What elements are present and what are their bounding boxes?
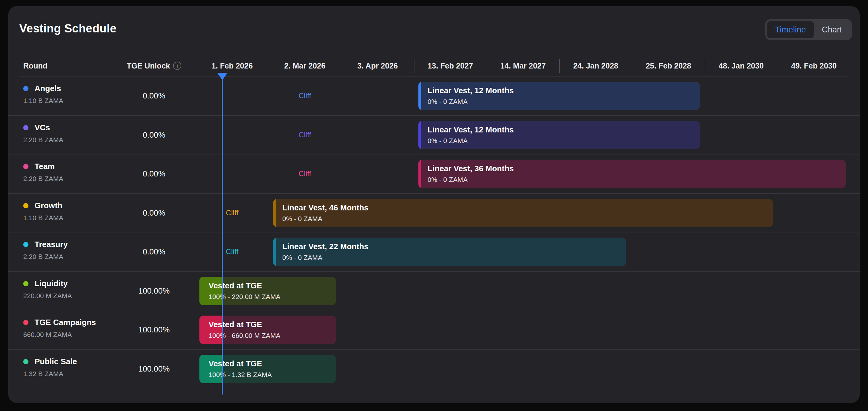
date-column-header: 14. Mar 2027 — [487, 55, 559, 76]
tge-unlock-value: 0.00% — [112, 91, 196, 101]
cliff-label: Cliff — [226, 247, 238, 256]
bar-subtitle: 0% - 0 ZAMA — [428, 176, 846, 184]
bar-subtitle: 100% - 220.00 M ZAMA — [209, 293, 336, 301]
vesting-bar[interactable]: Vested at TGE 100% - 660.00 M ZAMA — [199, 316, 336, 344]
bar-title: Vested at TGE — [209, 359, 336, 369]
round-name: Treasury — [35, 240, 68, 249]
bar-text: Vested at TGE 100% - 1.32 B ZAMA — [199, 355, 336, 379]
cliff-label: Cliff — [299, 169, 311, 178]
table-row: Liquidity 220.00 M ZAMA 100.00% Vested a… — [8, 272, 860, 311]
round-cell: Public Sale 1.32 B ZAMA — [23, 357, 77, 378]
rows: Angels 1.10 B ZAMA 0.00% Cliff Linear Ve… — [8, 76, 860, 388]
table-row: Public Sale 1.32 B ZAMA 100.00% Vested a… — [8, 350, 860, 389]
round-name: Team — [35, 162, 55, 171]
table-row: TGE Campaigns 660.00 M ZAMA 100.00% Vest… — [8, 310, 860, 350]
bar-subtitle: 0% - 0 ZAMA — [428, 137, 700, 145]
bar-subtitle: 100% - 1.32 B ZAMA — [209, 371, 336, 379]
date-column-header: 1. Feb 2026 — [196, 55, 269, 76]
tge-unlock-value: 100.00% — [112, 325, 196, 335]
round-amount: 2.20 B ZAMA — [23, 136, 63, 144]
round-cell: TGE Campaigns 660.00 M ZAMA — [23, 318, 96, 339]
round-cell: VCs 2.20 B ZAMA — [23, 123, 63, 144]
round-amount: 2.20 B ZAMA — [23, 175, 63, 183]
tge-unlock-value: 100.00% — [112, 364, 196, 373]
tab-chart[interactable]: Chart — [814, 21, 850, 38]
bar-title: Vested at TGE — [209, 320, 336, 329]
round-amount: 1.10 B ZAMA — [23, 97, 63, 105]
vesting-schedule-panel: Vesting Schedule Timeline Chart Round TG… — [8, 6, 860, 403]
bar-title: Linear Vest, 22 Months — [282, 242, 626, 251]
tge-unlock-value: 0.00% — [112, 247, 196, 257]
round-cell: Treasury 2.20 B ZAMA — [23, 240, 68, 261]
round-cell: Growth 1.10 B ZAMA — [23, 201, 63, 222]
vesting-bar[interactable]: Linear Vest, 46 Months 0% - 0 ZAMA — [273, 199, 773, 227]
bar-text: Vested at TGE 100% - 660.00 M ZAMA — [199, 316, 336, 340]
tge-unlock-column-header: TGE Unlock i — [112, 61, 196, 70]
round-name: Growth — [35, 201, 62, 211]
current-date-marker-icon — [217, 73, 227, 80]
bar-text: Linear Vest, 22 Months 0% - 0 ZAMA — [273, 238, 626, 262]
vesting-bar[interactable]: Vested at TGE 100% - 1.32 B ZAMA — [199, 355, 336, 383]
tab-timeline[interactable]: Timeline — [767, 21, 814, 38]
info-icon[interactable]: i — [173, 62, 181, 70]
round-amount: 2.20 B ZAMA — [23, 253, 68, 261]
vesting-bar[interactable]: Linear Vest, 12 Months 0% - 0 ZAMA — [418, 121, 700, 149]
date-column-header: 49. Feb 2030 — [777, 55, 850, 76]
bar-subtitle: 0% - 0 ZAMA — [428, 98, 700, 106]
header-group-divider — [559, 59, 560, 73]
bar-subtitle: 0% - 0 ZAMA — [282, 254, 626, 262]
round-amount: 220.00 M ZAMA — [23, 292, 72, 300]
bar-title: Linear Vest, 12 Months — [428, 125, 700, 134]
tge-unlock-value: 0.00% — [112, 208, 196, 217]
round-color-dot-icon — [23, 281, 28, 286]
bar-title: Linear Vest, 36 Months — [428, 164, 846, 173]
round-color-dot-icon — [23, 86, 28, 91]
table-row: Treasury 2.20 B ZAMA 0.00% Cliff Linear … — [8, 232, 860, 272]
bar-subtitle: 100% - 660.00 M ZAMA — [209, 332, 336, 340]
date-column-header: 3. Apr 2026 — [341, 55, 414, 76]
date-headers: 1. Feb 20262. Mar 20263. Apr 202613. Feb… — [196, 55, 850, 76]
bar-text: Linear Vest, 12 Months 0% - 0 ZAMA — [418, 82, 700, 106]
round-cell: Team 2.20 B ZAMA — [23, 162, 63, 183]
table-row: VCs 2.20 B ZAMA 0.00% Cliff Linear Vest,… — [8, 116, 860, 155]
vesting-bar[interactable]: Linear Vest, 22 Months 0% - 0 ZAMA — [273, 238, 626, 266]
vesting-bar[interactable]: Linear Vest, 12 Months 0% - 0 ZAMA — [418, 82, 700, 110]
round-name: Public Sale — [35, 357, 77, 366]
round-amount: 1.10 B ZAMA — [23, 214, 63, 222]
round-color-dot-icon — [23, 203, 28, 208]
bar-text: Linear Vest, 36 Months 0% - 0 ZAMA — [418, 160, 846, 184]
tge-unlock-value: 0.00% — [112, 169, 196, 179]
tge-unlock-value: 100.00% — [112, 286, 196, 295]
cliff-label: Cliff — [226, 209, 238, 217]
round-cell: Angels 1.10 B ZAMA — [23, 84, 63, 105]
round-color-dot-icon — [23, 125, 28, 130]
round-name: TGE Campaigns — [35, 318, 96, 327]
cliff-label: Cliff — [299, 91, 311, 100]
bar-text: Linear Vest, 12 Months 0% - 0 ZAMA — [418, 121, 700, 145]
bar-text: Linear Vest, 46 Months 0% - 0 ZAMA — [273, 199, 773, 223]
vesting-bar[interactable]: Vested at TGE 100% - 220.00 M ZAMA — [199, 277, 336, 305]
header-group-divider — [414, 59, 414, 73]
tge-unlock-value: 0.00% — [112, 130, 196, 139]
bar-title: Linear Vest, 12 Months — [428, 86, 700, 95]
bar-title: Vested at TGE — [209, 281, 336, 290]
bar-subtitle: 0% - 0 ZAMA — [282, 215, 773, 223]
bar-title: Linear Vest, 46 Months — [282, 203, 773, 213]
date-column-header: 48. Jan 2030 — [705, 55, 777, 76]
date-column-header: 24. Jan 2028 — [559, 55, 632, 76]
vesting-bar[interactable]: Linear Vest, 36 Months 0% - 0 ZAMA — [418, 160, 846, 188]
table-row: Angels 1.10 B ZAMA 0.00% Cliff Linear Ve… — [8, 76, 860, 116]
date-column-header: 25. Feb 2028 — [632, 55, 705, 76]
round-color-dot-icon — [23, 320, 28, 325]
round-column-header: Round — [23, 61, 48, 70]
round-amount: 660.00 M ZAMA — [23, 331, 96, 339]
round-cell: Liquidity 220.00 M ZAMA — [23, 279, 72, 300]
round-color-dot-icon — [23, 164, 28, 169]
round-color-dot-icon — [23, 359, 28, 364]
cliff-label: Cliff — [299, 131, 311, 139]
round-name: Angels — [35, 84, 61, 93]
view-toggle: Timeline Chart — [765, 19, 852, 40]
round-color-dot-icon — [23, 242, 28, 247]
round-name: VCs — [35, 123, 50, 132]
header-row: Round TGE Unlock i 1. Feb 20262. Mar 202… — [8, 55, 860, 76]
